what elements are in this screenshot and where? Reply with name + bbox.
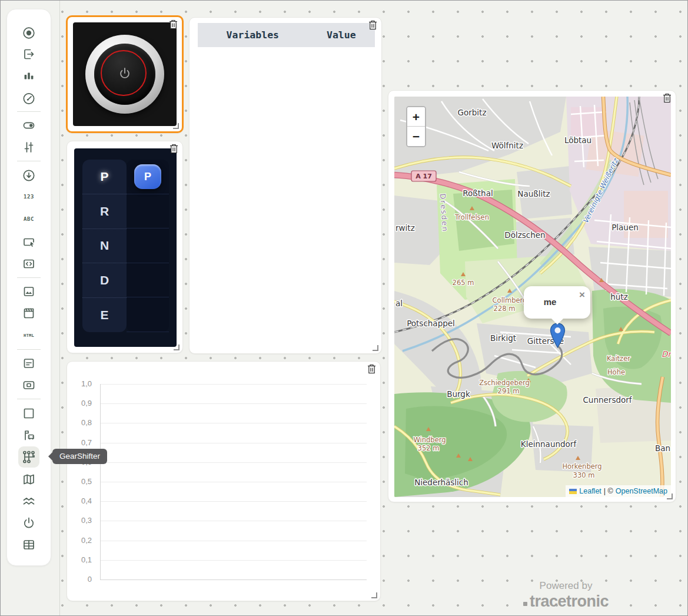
sidebar-item-record[interactable] xyxy=(18,22,39,44)
resize-handle[interactable] xyxy=(373,345,378,351)
gear-label-e: E xyxy=(82,298,127,332)
sidebar-item-export[interactable] xyxy=(18,44,39,65)
sidebar-item-toggle[interactable] xyxy=(18,115,39,136)
delete-widget-button[interactable] xyxy=(663,93,672,104)
map-label-doelzschen: Dölzschen xyxy=(504,230,545,240)
select-area-icon xyxy=(21,235,36,250)
sidebar-item-sliders[interactable] xyxy=(18,137,39,158)
sidebar-item-power[interactable] xyxy=(18,512,39,534)
tracetronic-logo: tracetronic xyxy=(506,592,626,611)
resize-handle[interactable] xyxy=(174,345,180,350)
y-tick: 0,7 xyxy=(68,438,92,448)
toolbar-divider xyxy=(17,111,41,112)
sidebar-item-html[interactable]: HTML xyxy=(18,324,39,346)
y-tick: 0,8 xyxy=(68,418,92,428)
sidebar-item-rectangle[interactable] xyxy=(18,403,39,424)
sidebar-item-table[interactable] xyxy=(18,534,39,555)
map-label-cunnersdorf: Cunnersdorf xyxy=(583,395,632,405)
toolbar-divider xyxy=(17,277,41,278)
leaflet-link[interactable]: Leaflet xyxy=(579,487,601,495)
gear-slot xyxy=(127,263,169,298)
sliders-icon xyxy=(21,140,36,155)
sidebar-item-download[interactable] xyxy=(18,165,39,186)
map-label-windberg: Windberg xyxy=(413,436,446,444)
zoom-out-button[interactable]: − xyxy=(407,127,425,146)
map-label-woelfnitz: Wölfnitz xyxy=(491,141,523,150)
gauge-icon xyxy=(21,91,36,106)
popup-tail xyxy=(551,318,564,324)
gear-shifter-widget[interactable]: P R N D E P xyxy=(67,141,183,353)
map-a17-shield: A 17 xyxy=(411,171,436,181)
y-tick: 0,3 xyxy=(68,516,92,525)
gear-shifter-panel: P R N D E P xyxy=(74,148,177,347)
line-chart-widget[interactable]: 1,0 0,9 0,8 0,7 0,6 0,5 0,4 0,3 0,2 0,1 … xyxy=(67,361,381,601)
gear-knob[interactable]: P xyxy=(134,164,161,189)
sidebar-item-button-widget[interactable] xyxy=(18,375,39,396)
map-label-niederhaeslich: Niederhäslich xyxy=(414,478,468,487)
sidebar-item-map[interactable] xyxy=(18,469,39,490)
sidebar-item-video[interactable] xyxy=(18,303,39,324)
sidebar-item-bar-chart[interactable] xyxy=(18,65,39,87)
record-icon xyxy=(21,25,36,41)
sidebar-item-text[interactable]: ABC xyxy=(18,208,39,230)
sidebar-item-gauge[interactable] xyxy=(18,88,39,109)
image-icon xyxy=(21,284,36,299)
resize-handle[interactable] xyxy=(173,123,179,129)
sidebar-item-code[interactable] xyxy=(18,253,39,274)
map-widget[interactable]: A 17 Gorbitz Wölfnitz Löbtau Roßthal Nau… xyxy=(388,90,676,502)
map-label-trollfelsen: Trollfelsen xyxy=(454,213,489,221)
sidebar-item-image[interactable] xyxy=(18,281,39,302)
y-tick: 1,0 xyxy=(68,379,92,389)
power-icon xyxy=(21,515,36,531)
tracetronic-logo-mark xyxy=(523,602,527,606)
sidebar-item-select-area[interactable] xyxy=(18,232,39,253)
popup-title: me xyxy=(524,297,576,307)
openstreetmap-link[interactable]: OpenStreetMap xyxy=(616,487,667,495)
toggle-icon xyxy=(21,118,36,133)
table-header-row: Variables Value xyxy=(198,23,375,47)
knob-face xyxy=(94,44,155,105)
chart-y-axis: 1,0 0,9 0,8 0,7 0,6 0,5 0,4 0,3 0,2 0,1 … xyxy=(67,384,95,579)
map-label-pesterwitz: rwitz xyxy=(395,223,415,233)
map-label-potschappel: Potschappel xyxy=(407,319,455,328)
power-button-control[interactable] xyxy=(73,22,177,126)
map-label-elev265: 265 m xyxy=(453,279,474,287)
sidebar-item-signals[interactable] xyxy=(18,491,39,512)
widget-toolbar: 123 ABC HTML xyxy=(6,9,51,566)
popup-close-icon[interactable]: × xyxy=(579,290,585,300)
power-symbol-icon xyxy=(116,64,134,84)
ukraine-flag-icon xyxy=(569,489,577,494)
map-label-burgk: Burgk xyxy=(447,389,470,399)
y-tick: 0,5 xyxy=(68,477,92,486)
html-icon: HTML xyxy=(21,327,36,343)
export-icon xyxy=(21,47,36,62)
delete-widget-button[interactable] xyxy=(367,364,377,375)
tooltip-arrow xyxy=(48,452,52,461)
delete-widget-button[interactable] xyxy=(368,20,378,31)
power-button-widget[interactable] xyxy=(66,15,184,133)
note-icon xyxy=(21,356,36,371)
sidebar-item-vehicle[interactable] xyxy=(18,425,39,446)
leaflet-map[interactable]: A 17 Gorbitz Wölfnitz Löbtau Roßthal Nau… xyxy=(394,97,671,497)
variables-table-widget[interactable]: Variables Value xyxy=(189,17,382,354)
gear-track[interactable]: P xyxy=(127,160,169,332)
chart-plot-area xyxy=(100,384,367,580)
sidebar-item-gear-shifter[interactable] xyxy=(18,446,39,468)
tooltip-label: GearShifter xyxy=(52,449,107,464)
delete-widget-button[interactable] xyxy=(169,144,179,154)
map-label-hoehe: Höhe xyxy=(607,368,625,376)
attribution-separator: | © xyxy=(604,487,613,495)
map-label-dresden-region: Dr xyxy=(662,349,671,359)
sidebar-item-note[interactable] xyxy=(18,353,39,374)
gear-slot xyxy=(127,297,169,332)
map-marker[interactable] xyxy=(550,323,566,348)
sidebar-item-number[interactable]: 123 xyxy=(18,186,39,207)
resize-handle[interactable] xyxy=(371,592,377,598)
powered-by-footer: Powered by tracetronic xyxy=(506,580,626,611)
delete-widget-button[interactable] xyxy=(169,19,178,30)
zoom-in-button[interactable]: + xyxy=(407,107,425,127)
toolbar-divider xyxy=(17,161,41,161)
gear-slot xyxy=(127,228,169,263)
map-label-elev228: 228 m xyxy=(494,304,516,313)
map-label-bannewitz: Ban xyxy=(655,443,670,453)
